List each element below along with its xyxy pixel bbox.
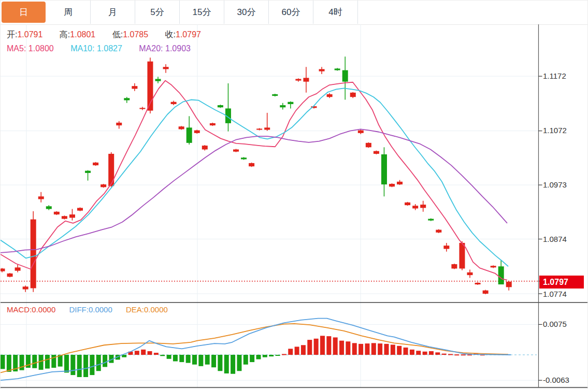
diff-value: 0.0000 [89,305,112,314]
tab-15min[interactable]: 15分 [180,1,224,24]
tab-week[interactable]: 周 [46,1,91,24]
high-label: 高: [60,30,70,39]
ma5-label: MA5: [7,44,26,53]
low-label: 低: [112,30,123,39]
open-label: 开: [7,30,17,39]
ma5-value: 1.0800 [28,44,54,53]
macd-label: MACD: [7,305,32,314]
ohlc-legend: 开:1.0791 高:1.0801 低:1.0785 收:1.0797 [7,30,216,40]
close-value: 1.0797 [176,30,201,39]
tab-60min[interactable]: 60分 [269,1,313,24]
ma-legend: MA5: 1.0800 MA10: 1.0827 MA20: 1.0903 [7,44,205,53]
macd-axis-label: 0.0075 [543,320,567,329]
close-label: 收: [165,30,176,39]
timeframe-tabbar: 日 周 月 5分 15分 30分 60分 4时 [1,1,588,25]
dea-label: DEA: [126,305,144,314]
ma20-label: MA20: [139,44,163,53]
tab-month[interactable]: 月 [91,1,135,24]
diff-label: DIFF: [69,305,89,314]
macd-legend: MACD:0.0000 DIFF:0.0000 DEA:0.0000 [7,305,179,314]
tab-day[interactable]: 日 [2,2,46,23]
price-axis-label: 1.1172 [543,71,566,81]
low-value: 1.0785 [123,30,148,39]
price-axis-label: 1.1072 [543,126,567,135]
tab-30min[interactable]: 30分 [224,1,269,24]
price-axis-label: 1.0973 [543,180,567,190]
ma10-value: 1.0827 [97,44,122,53]
tab-5min[interactable]: 5分 [135,1,180,24]
chart-canvas[interactable] [1,24,588,389]
ma20-value: 1.0903 [165,44,191,53]
price-axis-label: 1.0874 [543,235,567,244]
open-value: 1.0791 [17,30,42,39]
high-value: 1.0801 [70,30,95,39]
ma10-label: MA10: [70,44,94,53]
current-price-tag: 1.0797 [539,276,584,289]
tab-4hour[interactable]: 4时 [313,1,358,24]
candlestick-macd-svg [1,24,588,389]
dea-value: 0.0000 [144,305,168,314]
kline-chart-widget: 日 周 月 5分 15分 30分 60分 4时 开:1.0791 高:1.080… [0,0,588,389]
macd-axis-label: -0.0063 [543,376,569,385]
price-axis-label: 1.0774 [543,290,567,299]
macd-value: 0.0000 [32,305,55,314]
